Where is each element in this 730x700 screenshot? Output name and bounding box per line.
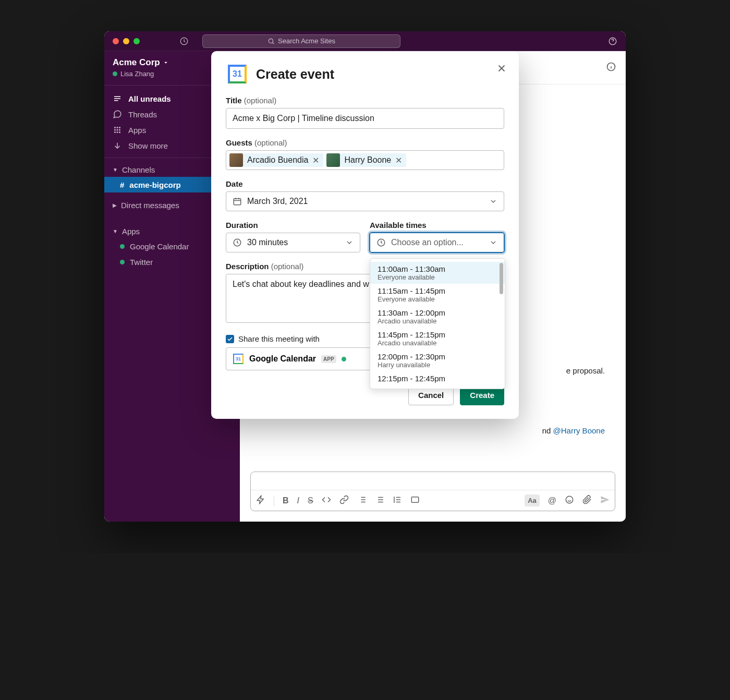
guest-chip: Arcadio Buendia ✕ [229,153,323,167]
chevron-down-icon [489,238,497,247]
remove-guest-icon[interactable]: ✕ [312,155,319,165]
clock-icon [376,238,386,247]
time-option[interactable]: 11:00am - 11:30am Everyone available [370,262,505,284]
check-icon [227,336,233,342]
modal-title: Create event [256,67,334,82]
app-window: Search Acme Sites Acme Corp Lisa Zhang [104,31,626,522]
app-badge: APP [321,355,336,363]
chevron-down-icon [345,238,354,247]
title-label: Title (optional) [226,96,504,105]
svg-point-1 [269,39,273,43]
clock-icon [233,238,242,247]
guest-chip: Harry Boone ✕ [326,153,406,167]
times-label: Available times [370,221,504,230]
guests-input[interactable]: Arcadio Buendia ✕ Harry Boone ✕ [226,150,504,170]
times-dropdown: 11:00am - 11:30am Everyone available 11:… [370,258,505,389]
presence-dot [342,357,346,361]
close-icon[interactable] [496,63,507,76]
chevron-down-icon [489,197,497,206]
duration-select[interactable]: 30 minutes [226,233,360,252]
maximize-window-button[interactable] [133,38,140,44]
share-checkbox[interactable] [226,335,234,343]
minimize-window-button[interactable] [123,38,129,44]
avatar [229,153,243,167]
history-icon[interactable] [179,37,189,46]
create-event-modal: 31 Create event Title (optional) Guests … [211,51,519,419]
avatar [326,153,340,167]
date-select[interactable]: March 3rd, 2021 [226,191,504,211]
time-option[interactable]: 11:15am - 11:45pm Everyone available [370,284,505,306]
modal-overlay: 31 Create event Title (optional) Guests … [104,51,626,522]
share-label: Share this meeting with [238,334,320,343]
time-option[interactable]: 12:15pm - 12:45pm [370,371,505,385]
window-controls [113,38,140,44]
search-icon [267,38,275,45]
share-target-name: Google Calendar [249,354,316,364]
title-input[interactable] [226,108,504,129]
search-input[interactable]: Search Acme Sites [202,34,400,48]
times-placeholder: Choose an option... [391,238,464,247]
search-placeholder: Search Acme Sites [278,37,335,45]
help-icon[interactable] [608,37,617,46]
svg-rect-28 [234,199,241,205]
close-window-button[interactable] [113,38,119,44]
google-calendar-icon: 31 [226,63,249,86]
guest-name: Harry Boone [344,155,391,165]
scrollbar[interactable] [500,263,503,294]
time-option[interactable]: 11:30am - 12:00pm Arcadio unavailable [370,306,505,328]
remove-guest-icon[interactable]: ✕ [395,155,402,165]
guests-label: Guests (optional) [226,138,504,147]
time-option[interactable]: 12:00pm - 12:30pm Harry unavailable [370,349,505,371]
time-option[interactable]: 11:45pm - 12:15pm Arcadio unavailable [370,328,505,349]
google-calendar-icon: 31 [233,353,244,365]
duration-value: 30 minutes [247,238,288,247]
available-times-select[interactable]: Choose an option... [370,233,504,252]
calendar-icon [233,197,242,206]
duration-label: Duration [226,221,360,230]
guest-name: Arcadio Buendia [247,155,308,165]
titlebar: Search Acme Sites [104,31,626,51]
date-label: Date [226,179,504,188]
date-value: March 3rd, 2021 [247,197,308,206]
